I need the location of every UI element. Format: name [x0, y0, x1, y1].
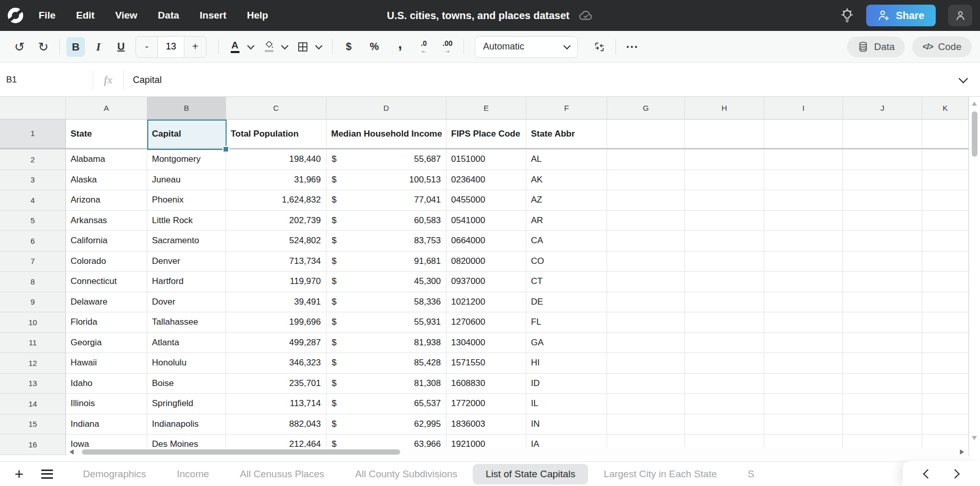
redo-button[interactable]: ↻ — [34, 37, 53, 57]
cell-I3[interactable] — [764, 170, 843, 191]
cell-A6[interactable]: California — [66, 231, 147, 252]
cell-B1[interactable]: Capital — [147, 120, 226, 148]
formula-bar-expand-icon[interactable] — [958, 74, 968, 83]
document-title[interactable]: U.S. cities, towns, and places dataset — [387, 10, 570, 22]
cell-reference-box[interactable]: B1 — [0, 75, 93, 85]
cell-C3[interactable]: 31,969 — [226, 170, 326, 191]
cell-J12[interactable] — [843, 353, 922, 374]
cell-J11[interactable] — [843, 333, 922, 354]
scroll-up-icon[interactable] — [972, 102, 977, 106]
cell-C4[interactable]: 1,624,832 — [226, 190, 326, 211]
menu-data[interactable]: Data — [158, 10, 179, 21]
cell-B15[interactable]: Indianapolis — [147, 414, 226, 435]
cell-F2[interactable]: AL — [526, 149, 607, 170]
cell-B10[interactable]: Tallahassee — [147, 312, 226, 333]
column-header-H[interactable]: H — [685, 97, 764, 120]
cell-J5[interactable] — [843, 211, 922, 231]
cell-G15[interactable] — [607, 414, 685, 435]
cell-J10[interactable] — [843, 312, 922, 333]
tabs-scroll-right-icon[interactable] — [950, 469, 959, 478]
cell-E1[interactable]: FIPS Place Code — [446, 120, 526, 148]
row-header-4[interactable]: 4 — [0, 190, 66, 211]
row-header-10[interactable]: 10 — [0, 312, 66, 333]
app-logo-icon[interactable] — [8, 8, 23, 23]
cell-E8[interactable]: 0937000 — [446, 272, 526, 292]
text-color-button[interactable]: A — [226, 37, 244, 57]
comma-format-button[interactable]: , — [391, 34, 409, 60]
cell-G9[interactable] — [607, 292, 685, 313]
cell-E5[interactable]: 0541000 — [446, 211, 526, 231]
tab-all-cenusus-places[interactable]: All Cenusus Places — [225, 464, 340, 484]
column-header-E[interactable]: E — [446, 97, 526, 120]
cell-F13[interactable]: ID — [526, 374, 607, 394]
cell-A5[interactable]: Arkansas — [66, 211, 147, 231]
cell-K13[interactable] — [922, 374, 969, 394]
undo-button[interactable]: ↺ — [10, 37, 29, 57]
cell-F1[interactable]: State Abbr — [526, 120, 607, 148]
cell-G13[interactable] — [607, 374, 685, 394]
cell-D1[interactable]: Median Household Income — [326, 120, 446, 148]
cell-H9[interactable] — [685, 292, 764, 313]
cell-H8[interactable] — [685, 272, 764, 292]
cell-D11[interactable]: $81,938 — [326, 333, 446, 354]
column-header-A[interactable]: A — [66, 97, 147, 120]
cell-F12[interactable]: HI — [526, 353, 607, 374]
cell-K14[interactable] — [922, 394, 969, 414]
borders-dropdown[interactable] — [312, 37, 325, 57]
cell-F14[interactable]: IL — [526, 394, 607, 414]
cell-A4[interactable]: Arizona — [66, 190, 147, 211]
formula-input[interactable]: Capital — [124, 75, 960, 86]
borders-button[interactable] — [294, 37, 312, 57]
cell-C6[interactable]: 524,802 — [226, 231, 326, 252]
cell-I7[interactable] — [764, 252, 843, 272]
cell-G3[interactable] — [607, 170, 685, 191]
cell-D13[interactable]: $81,308 — [326, 374, 446, 394]
cell-E4[interactable]: 0455000 — [446, 190, 526, 211]
cell-G10[interactable] — [607, 312, 685, 333]
cell-B9[interactable]: Dover — [147, 292, 226, 313]
cell-D9[interactable]: $58,336 — [326, 292, 446, 313]
cell-K12[interactable] — [922, 353, 969, 374]
menu-file[interactable]: File — [39, 10, 56, 21]
cell-I12[interactable] — [764, 353, 843, 374]
cell-C7[interactable]: 713,734 — [226, 252, 326, 272]
cell-I4[interactable] — [764, 190, 843, 211]
add-sheet-button[interactable]: + — [10, 465, 28, 483]
scroll-down-icon[interactable] — [972, 436, 977, 440]
cell-H7[interactable] — [685, 252, 764, 272]
cell-A7[interactable]: Colorado — [66, 252, 147, 272]
cell-H1[interactable] — [685, 120, 764, 148]
cell-D6[interactable]: $83,753 — [326, 231, 446, 252]
cell-C13[interactable]: 235,701 — [226, 374, 326, 394]
data-view-button[interactable]: Data — [847, 37, 905, 57]
cell-B11[interactable]: Atlanta — [147, 333, 226, 354]
cell-A3[interactable]: Alaska — [66, 170, 147, 191]
cell-K11[interactable] — [922, 333, 969, 354]
bold-button[interactable]: B — [66, 37, 85, 57]
decrease-decimal-button[interactable]: .0← — [415, 37, 433, 57]
cell-F6[interactable]: CA — [526, 231, 607, 252]
cell-B7[interactable]: Denver — [147, 252, 226, 272]
cell-C12[interactable]: 346,323 — [226, 353, 326, 374]
cell-J7[interactable] — [843, 252, 922, 272]
cell-B4[interactable]: Phoenix — [147, 190, 226, 211]
cell-G7[interactable] — [607, 252, 685, 272]
cell-E9[interactable]: 1021200 — [446, 292, 526, 313]
cell-J3[interactable] — [843, 170, 922, 191]
cell-C10[interactable]: 199,696 — [226, 312, 326, 333]
cell-G14[interactable] — [607, 394, 685, 414]
cell-K7[interactable] — [922, 252, 969, 272]
cell-D15[interactable]: $62,995 — [326, 414, 446, 435]
cell-K10[interactable] — [922, 312, 969, 333]
cell-A13[interactable]: Idaho — [66, 374, 147, 394]
cell-J14[interactable] — [843, 394, 922, 414]
number-format-dropdown[interactable]: Automatic — [475, 36, 578, 58]
cell-E6[interactable]: 0664000 — [446, 231, 526, 252]
cell-J13[interactable] — [843, 374, 922, 394]
column-header-I[interactable]: I — [764, 97, 843, 120]
scroll-right-icon[interactable] — [960, 449, 964, 455]
underline-button[interactable]: U — [112, 37, 130, 57]
account-button[interactable] — [948, 5, 972, 26]
cell-I9[interactable] — [764, 292, 843, 313]
share-button[interactable]: Share — [866, 5, 936, 26]
